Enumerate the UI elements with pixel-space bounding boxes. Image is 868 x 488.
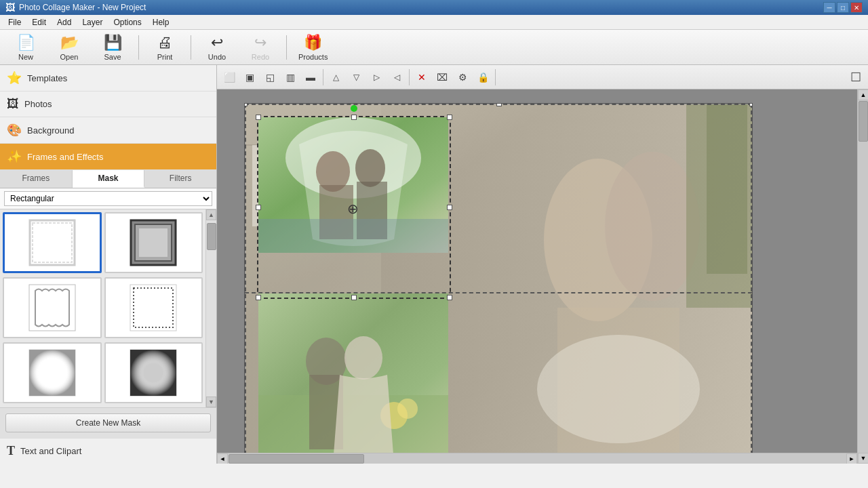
vscroll-down-button[interactable]: ▼ — [858, 453, 868, 464]
scroll-up-button[interactable]: ▲ — [206, 209, 216, 220]
save-icon: 💾 — [104, 34, 122, 52]
rotation-handle[interactable] — [351, 105, 357, 112]
mask-item-6[interactable] — [104, 342, 203, 403]
mask-item-3[interactable] — [3, 277, 102, 338]
minimize-button[interactable]: ─ — [823, 2, 835, 13]
background-icon: 🎨 — [7, 123, 22, 138]
tb2-delete-button[interactable]: ✕ — [412, 68, 431, 87]
sidebar-item-text-clipart[interactable]: T Text and Clipart — [0, 438, 216, 464]
mask-area: ▲ ▼ — [0, 209, 216, 407]
photo-bottom[interactable] — [258, 293, 448, 463]
tb2-crop-button[interactable]: ⌧ — [433, 68, 452, 87]
hscroll-thumb[interactable] — [229, 454, 364, 464]
vscroll-up-button[interactable]: ▲ — [858, 89, 868, 100]
sel-handle-bm[interactable] — [351, 295, 357, 300]
hscroll-right-button[interactable]: ► — [846, 453, 857, 464]
sel-handle-tm[interactable] — [351, 115, 357, 120]
tb2-sep-2 — [409, 69, 410, 85]
tb2-deselect-button[interactable]: ◱ — [260, 68, 279, 87]
sel-handle-tl[interactable] — [256, 115, 261, 120]
sel-handle-ml[interactable] — [256, 205, 261, 210]
tb2-select-all-button[interactable]: ▣ — [240, 68, 259, 87]
new-button[interactable]: 📄 New — [5, 33, 46, 62]
svg-point-36 — [397, 399, 418, 419]
menu-add[interactable]: Add — [52, 16, 77, 28]
menu-layer[interactable]: Layer — [77, 16, 108, 28]
create-mask-section: Create New Mask — [0, 407, 216, 438]
collage-canvas[interactable]: ⊕ — [244, 103, 753, 464]
vscroll-thumb[interactable] — [859, 101, 868, 142]
tb2-page-button[interactable]: ☐ — [846, 68, 865, 87]
tb2-rotate-right-button[interactable]: ◁ — [387, 68, 406, 87]
svg-rect-11 — [130, 350, 176, 396]
sidebar-item-templates[interactable]: ⭐ Templates — [0, 65, 216, 92]
mask-plain-svg — [28, 219, 76, 266]
photo-tl-svg — [258, 117, 448, 253]
mask-grid — [0, 209, 205, 407]
sidebar-item-frames[interactable]: ✨ Frames and Effects — [0, 144, 216, 170]
mask-item-1[interactable] — [3, 212, 102, 273]
create-new-mask-button[interactable]: Create New Mask — [5, 413, 211, 432]
tb2-rotate-left-button[interactable]: ▷ — [367, 68, 386, 87]
tab-filters[interactable]: Filters — [144, 170, 216, 188]
handle-tm[interactable] — [496, 103, 502, 106]
save-button[interactable]: 💾 Save — [92, 33, 133, 62]
svg-rect-5 — [29, 285, 75, 331]
mask-item-5[interactable] — [3, 342, 102, 403]
handle-tl[interactable] — [244, 103, 248, 106]
close-button[interactable]: ✕ — [850, 2, 863, 13]
mask-scallop-svg — [28, 284, 76, 331]
tb2-flip-h-button[interactable]: △ — [326, 68, 345, 87]
mask-type-select[interactable]: Rectangular Oval Custom — [4, 191, 212, 206]
frames-label: Frames and Effects — [27, 152, 103, 162]
svg-point-29 — [355, 149, 385, 187]
handle-tr[interactable] — [749, 103, 753, 106]
photo-top-left[interactable] — [258, 117, 448, 253]
maximize-button[interactable]: □ — [837, 2, 849, 13]
undo-button[interactable]: ↩ Undo — [197, 33, 237, 62]
hscroll-left-button[interactable]: ◄ — [217, 453, 228, 464]
redo-button[interactable]: ↪ Redo — [240, 33, 281, 62]
redo-label: Redo — [252, 53, 269, 61]
photos-icon: 🖼 — [7, 97, 19, 111]
svg-rect-4 — [139, 228, 167, 257]
scroll-down-button[interactable]: ▼ — [206, 396, 216, 407]
mask-type-dropdown-container: Rectangular Oval Custom — [0, 188, 216, 209]
bottom-scrollbar[interactable]: ◄ ► — [217, 453, 857, 464]
open-label: Open — [60, 53, 79, 61]
mask-item-4[interactable] — [104, 277, 203, 338]
tb2-lock-button[interactable]: 🔒 — [473, 68, 492, 87]
canvas-area[interactable]: ⊕ ◄ ► ▲ ▼ — [217, 89, 868, 464]
sel-handle-br[interactable] — [447, 295, 452, 300]
sel-handle-mr[interactable] — [447, 205, 452, 210]
tab-mask[interactable]: Mask — [73, 170, 145, 188]
open-button[interactable]: 📂 Open — [49, 33, 90, 62]
new-icon: 📄 — [17, 34, 35, 52]
mask-scrollbar[interactable]: ▲ ▼ — [205, 209, 216, 407]
mask-dark-vignette-svg — [130, 349, 177, 396]
right-scrollbar[interactable]: ▲ ▼ — [857, 89, 868, 464]
menu-help[interactable]: Help — [147, 16, 175, 28]
sidebar-item-photos[interactable]: 🖼 Photos — [0, 92, 216, 117]
sidebar-item-background[interactable]: 🎨 Background — [0, 117, 216, 144]
main-area: ⭐ Templates 🖼 Photos 🎨 Background ✨ Fram… — [0, 65, 868, 464]
tb2-select-button[interactable]: ⬜ — [220, 68, 239, 87]
menu-edit[interactable]: Edit — [26, 16, 52, 28]
tb2-layout-button[interactable]: ▬ — [301, 68, 320, 87]
tb2-settings-button[interactable]: ⚙ — [453, 68, 472, 87]
mask-item-2[interactable] — [104, 212, 203, 273]
hscroll-track — [228, 453, 846, 464]
products-button[interactable]: 🎁 Products — [292, 33, 334, 62]
tab-frames[interactable]: Frames — [0, 170, 73, 188]
scroll-thumb[interactable] — [207, 223, 216, 250]
mask-dots-svg — [130, 284, 177, 331]
tb2-flip-v-button[interactable]: ▽ — [347, 68, 366, 87]
background-label: Background — [27, 125, 74, 136]
menu-file[interactable]: File — [3, 16, 26, 28]
open-icon: 📂 — [60, 34, 79, 52]
menu-options[interactable]: Options — [108, 16, 146, 28]
print-button[interactable]: 🖨 Print — [144, 33, 185, 62]
sel-handle-tr[interactable] — [447, 115, 452, 120]
tb2-arrange-button[interactable]: ▥ — [281, 68, 300, 87]
sel-handle-bl[interactable] — [256, 295, 261, 300]
